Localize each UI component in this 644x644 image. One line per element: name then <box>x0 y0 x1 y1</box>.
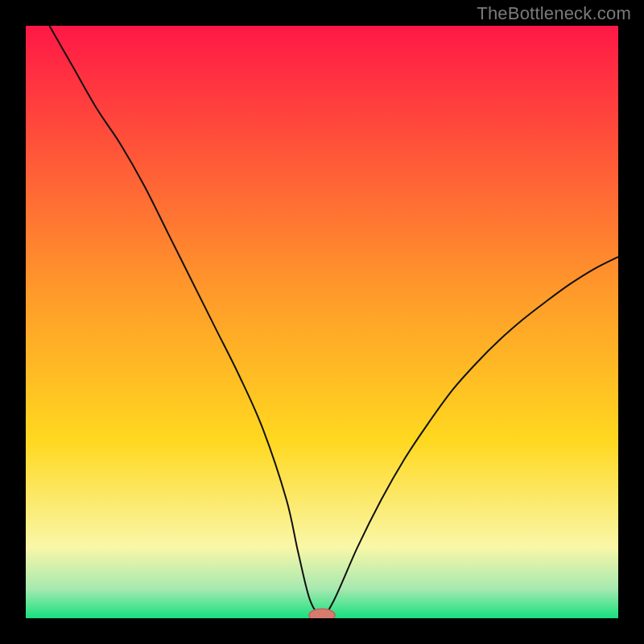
minimum-marker <box>309 609 335 618</box>
plot-svg <box>26 26 618 618</box>
chart-frame: TheBottleneck.com <box>0 0 644 644</box>
plot-area <box>26 26 618 618</box>
gradient-background <box>26 26 618 618</box>
watermark-text: TheBottleneck.com <box>477 3 631 24</box>
